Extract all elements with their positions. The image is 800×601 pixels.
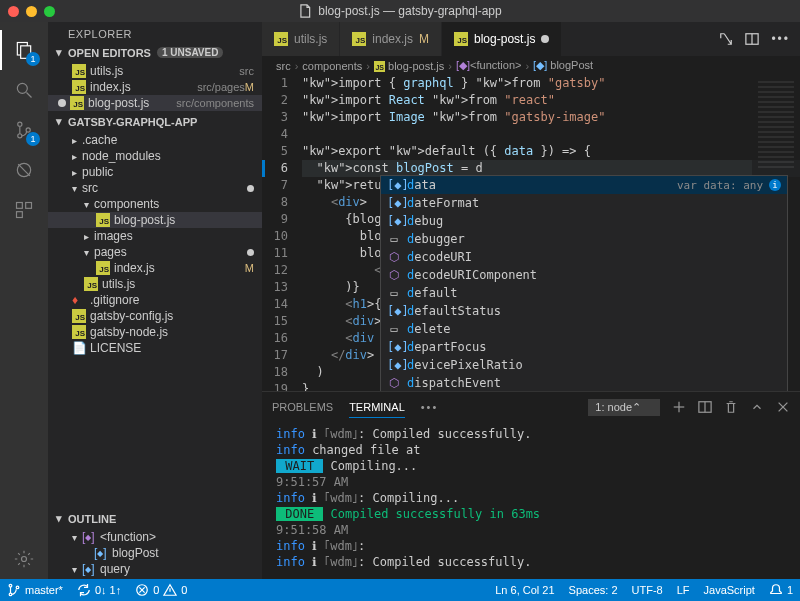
svg-point-21 — [9, 584, 12, 587]
svg-line-8 — [18, 164, 30, 176]
suggest-item[interactable]: [◆]departFocus — [381, 338, 787, 356]
scm-badge: 1 — [26, 132, 40, 146]
editor-area: JSutils.jsJSindex.jsMJSblog-post.js ••• … — [262, 22, 800, 579]
suggest-item[interactable]: [◆]datavar data: anyi — [381, 176, 787, 194]
suggest-item[interactable]: ⬡decodeURI — [381, 248, 787, 266]
suggest-item[interactable]: [◆]devicePixelRatio — [381, 356, 787, 374]
unsaved-badge: 1 UNSAVED — [157, 47, 224, 58]
sidebar-title: EXPLORER — [48, 22, 262, 44]
activity-bar: 1 1 — [0, 22, 48, 579]
svg-point-22 — [9, 593, 12, 596]
close-window-icon[interactable] — [8, 6, 19, 17]
extensions-icon[interactable] — [0, 190, 48, 230]
suggest-item[interactable]: ⬡decodeURIComponent — [381, 266, 787, 284]
file-item[interactable]: JSblog-post.js — [48, 212, 262, 228]
folder-item[interactable]: ▸node_modules — [48, 148, 262, 164]
breadcrumb[interactable]: src›components›JS blog-post.js›[◆]<funct… — [262, 56, 800, 75]
svg-rect-11 — [17, 212, 23, 218]
panel-tab-terminal[interactable]: TERMINAL — [349, 397, 405, 418]
close-panel-icon[interactable] — [776, 400, 790, 414]
status-branch[interactable]: master* — [0, 579, 70, 601]
sync-icon — [77, 583, 91, 597]
suggest-item[interactable]: [◆]debug — [381, 212, 787, 230]
svg-rect-10 — [26, 203, 32, 209]
suggest-item[interactable]: ▭debugger — [381, 230, 787, 248]
bell-icon — [769, 583, 783, 597]
zoom-window-icon[interactable] — [44, 6, 55, 17]
more-icon[interactable]: ••• — [771, 32, 790, 46]
status-feedback[interactable]: 1 — [762, 579, 800, 601]
source-control-icon[interactable]: 1 — [0, 110, 48, 150]
folder-item[interactable]: ▸.cache — [48, 132, 262, 148]
kill-terminal-icon[interactable] — [724, 400, 738, 414]
terminal-output[interactable]: info ℹ ｢wdm｣: Compiled successfully.info… — [262, 422, 800, 579]
warning-icon — [163, 583, 177, 597]
folder-item[interactable]: ▸public — [48, 164, 262, 180]
status-lang[interactable]: JavaScript — [697, 579, 762, 601]
compare-icon[interactable] — [719, 32, 733, 46]
svg-rect-9 — [17, 203, 23, 209]
open-editor-item[interactable]: JSblog-post.jssrc/components — [48, 95, 262, 111]
project-header[interactable]: ▾ GATSBY-GRAPHQL-APP — [48, 113, 262, 130]
suggest-item[interactable]: ▭default — [381, 284, 787, 302]
editor-tab[interactable]: JSblog-post.js — [442, 22, 562, 56]
status-errors[interactable]: 0 0 — [128, 579, 194, 601]
folder-item[interactable]: ▾pages — [48, 244, 262, 260]
open-editors-header[interactable]: ▾ OPEN EDITORS 1 UNSAVED — [48, 44, 262, 61]
folder-item[interactable]: ▸images — [48, 228, 262, 244]
editor-tab[interactable]: JSutils.js — [262, 22, 340, 56]
statusbar: master* 0↓ 1↑ 0 0 Ln 6, Col 21 Spaces: 2… — [0, 579, 800, 601]
open-editor-item[interactable]: JSindex.jssrc/pagesM — [48, 79, 262, 95]
editor-tab[interactable]: JSindex.jsM — [340, 22, 442, 56]
svg-point-23 — [16, 586, 19, 589]
svg-line-3 — [27, 93, 32, 98]
svg-point-5 — [18, 134, 22, 138]
folder-item[interactable]: ▾src — [48, 180, 262, 196]
active-line-indicator — [262, 160, 265, 177]
debug-icon[interactable] — [0, 150, 48, 190]
more-icon[interactable]: ••• — [421, 401, 439, 413]
file-item[interactable]: JSindex.jsM — [48, 260, 262, 276]
outline-item[interactable]: ▾[◆]<function> — [48, 529, 262, 545]
new-terminal-icon[interactable] — [672, 400, 686, 414]
intellisense-popup[interactable]: [◆]datavar data: anyi[◆]dateFormat[◆]deb… — [380, 175, 788, 391]
maximize-panel-icon[interactable] — [750, 400, 764, 414]
status-cursor[interactable]: Ln 6, Col 21 — [488, 579, 561, 601]
panel: PROBLEMS TERMINAL ••• 1: node ⌃ info ℹ ｢… — [262, 391, 800, 579]
settings-icon[interactable] — [0, 539, 48, 579]
file-item[interactable]: 📄LICENSE — [48, 340, 262, 356]
explorer-icon[interactable]: 1 — [0, 30, 48, 70]
status-eol[interactable]: LF — [670, 579, 697, 601]
outline-item[interactable]: [◆]blogPost — [48, 545, 262, 561]
status-spaces[interactable]: Spaces: 2 — [562, 579, 625, 601]
file-item[interactable]: ♦.gitignore — [48, 292, 262, 308]
minimize-window-icon[interactable] — [26, 6, 37, 17]
window-title: blog-post.js — gatsby-graphql-app — [298, 4, 501, 18]
folder-item[interactable]: ▾components — [48, 196, 262, 212]
outline-item[interactable]: ▾[◆]query — [48, 561, 262, 577]
explorer-badge: 1 — [26, 52, 40, 66]
error-icon — [135, 583, 149, 597]
sidebar: EXPLORER ▾ OPEN EDITORS 1 UNSAVED JSutil… — [48, 22, 262, 579]
svg-point-2 — [17, 83, 27, 93]
suggest-item[interactable]: [◆]defaultStatus — [381, 302, 787, 320]
tabs: JSutils.jsJSindex.jsMJSblog-post.js ••• — [262, 22, 800, 56]
outline-header[interactable]: ▾ OUTLINE — [48, 510, 262, 527]
suggest-item[interactable]: ▭delete — [381, 320, 787, 338]
status-sync[interactable]: 0↓ 1↑ — [70, 579, 128, 601]
file-item[interactable]: JSgatsby-node.js — [48, 324, 262, 340]
file-item[interactable]: JSgatsby-config.js — [48, 308, 262, 324]
file-icon — [298, 4, 312, 18]
line-numbers: 1234567891011121314151617181920 — [262, 75, 302, 391]
search-icon[interactable] — [0, 70, 48, 110]
suggest-item[interactable]: [◆]dateFormat — [381, 194, 787, 212]
terminal-select[interactable]: 1: node ⌃ — [588, 399, 660, 416]
split-editor-icon[interactable] — [745, 32, 759, 46]
open-editor-item[interactable]: JSutils.jssrc — [48, 63, 262, 79]
branch-icon — [7, 583, 21, 597]
suggest-item[interactable]: ⬡dispatchEvent — [381, 374, 787, 391]
panel-tab-problems[interactable]: PROBLEMS — [272, 397, 333, 417]
split-terminal-icon[interactable] — [698, 400, 712, 414]
status-encoding[interactable]: UTF-8 — [625, 579, 670, 601]
file-item[interactable]: JSutils.js — [48, 276, 262, 292]
